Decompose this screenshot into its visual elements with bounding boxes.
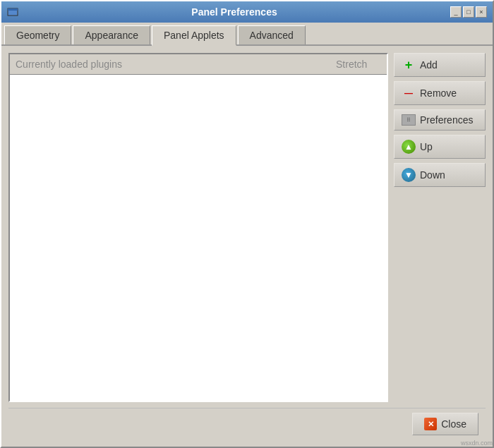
- tab-appearance[interactable]: Appearance: [73, 25, 150, 44]
- close-button[interactable]: ✕ Close: [412, 413, 478, 435]
- content-area: Currently loaded plugins Stretch Add Rem…: [1, 46, 493, 447]
- main-area: Currently loaded plugins Stretch Add Rem…: [8, 53, 486, 402]
- up-icon: ▲: [402, 140, 416, 154]
- titlebar: Panel Preferences _ □ ×: [1, 1, 493, 23]
- watermark: wsxdn.com: [461, 440, 493, 447]
- window-icon: [7, 6, 18, 18]
- tab-advanced[interactable]: Advanced: [238, 25, 306, 44]
- down-label: Down: [420, 169, 445, 181]
- close-button-title[interactable]: ×: [476, 6, 487, 18]
- tab-panel-applets[interactable]: Panel Applets: [152, 25, 236, 46]
- window-controls: _ □ ×: [450, 6, 487, 18]
- close-icon: ✕: [424, 418, 437, 430]
- col-plugins-header: Currently loaded plugins: [10, 57, 330, 71]
- side-buttons: Add Remove ⠿ Preferences ▲ Up: [394, 53, 486, 402]
- tab-geometry[interactable]: Geometry: [4, 25, 71, 44]
- col-stretch-header: Stretch: [330, 57, 387, 71]
- plugin-table: Currently loaded plugins Stretch: [8, 53, 388, 402]
- remove-button[interactable]: Remove: [394, 81, 486, 105]
- main-window: Panel Preferences _ □ × Geometry Appeara…: [0, 0, 494, 448]
- svg-rect-1: [8, 8, 18, 11]
- add-button[interactable]: Add: [394, 53, 486, 77]
- close-label: Close: [441, 418, 466, 430]
- table-body[interactable]: [10, 75, 387, 401]
- table-header: Currently loaded plugins Stretch: [10, 54, 387, 75]
- tab-bar: Geometry Appearance Panel Applets Advanc…: [1, 23, 493, 46]
- up-button[interactable]: ▲ Up: [394, 135, 486, 159]
- maximize-button[interactable]: □: [463, 6, 474, 18]
- preferences-label: Preferences: [420, 114, 473, 126]
- up-label: Up: [420, 141, 433, 152]
- bottom-bar: ✕ Close: [8, 408, 486, 440]
- remove-icon: [402, 86, 416, 100]
- window-title: Panel Preferences: [18, 6, 450, 18]
- down-button[interactable]: ▼ Down: [394, 163, 486, 187]
- minimize-button[interactable]: _: [450, 6, 462, 18]
- preferences-button[interactable]: ⠿ Preferences: [394, 109, 486, 131]
- preferences-icon: ⠿: [402, 114, 416, 126]
- remove-label: Remove: [420, 87, 457, 99]
- add-label: Add: [420, 59, 438, 71]
- add-icon: [402, 58, 416, 72]
- down-icon: ▼: [402, 168, 416, 182]
